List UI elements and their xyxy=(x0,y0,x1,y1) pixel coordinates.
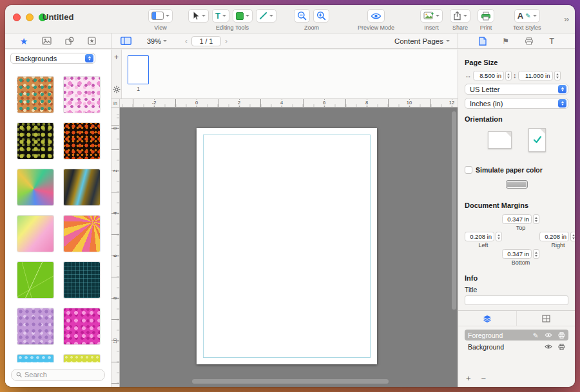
clipart-tab-icon[interactable] xyxy=(88,37,96,45)
background-thumbnail[interactable] xyxy=(64,216,100,252)
photos-tab-icon[interactable] xyxy=(42,37,52,45)
background-thumbnail[interactable] xyxy=(17,169,53,205)
zoom-out-button[interactable] xyxy=(294,9,310,23)
background-thumbnail[interactable] xyxy=(17,262,53,298)
layer-print-icon[interactable] xyxy=(557,344,565,350)
paper-preset-select[interactable]: US Letter xyxy=(465,84,568,95)
page-thumbnail[interactable] xyxy=(128,55,149,84)
margin-left-field[interactable]: 0.208 in xyxy=(465,232,494,241)
landscape-orientation-button[interactable] xyxy=(488,131,512,149)
previous-page-button[interactable]: ‹ xyxy=(185,37,188,45)
preview-mode-button[interactable] xyxy=(367,9,385,23)
add-page-button[interactable]: + xyxy=(114,53,119,61)
vertical-scrollbar[interactable] xyxy=(452,111,456,310)
chevron-down-icon xyxy=(436,15,440,17)
margin-left-label: Left xyxy=(478,242,488,248)
margin-bottom-field[interactable]: 0.347 in xyxy=(502,249,532,259)
background-thumbnail[interactable] xyxy=(64,308,100,344)
line-tool-icon xyxy=(259,12,267,20)
content-pages-select[interactable]: Content Pages xyxy=(394,37,450,45)
ruler-tick-label: 8 xyxy=(112,294,118,303)
print-button[interactable] xyxy=(478,9,494,23)
document-page[interactable] xyxy=(197,128,377,364)
text-tool-button[interactable]: T xyxy=(212,9,229,23)
edit-layer-icon[interactable]: ✎ xyxy=(532,331,539,339)
layers-grid-tabs xyxy=(458,310,575,326)
page-size-row: ↔ 8.500 in ↕ 11.000 in xyxy=(465,71,568,80)
margin-bottom-stepper[interactable] xyxy=(533,249,539,259)
grid-tab[interactable] xyxy=(517,311,575,326)
background-thumbnail[interactable] xyxy=(64,262,100,298)
search-icon xyxy=(16,371,22,378)
portrait-orientation-button[interactable] xyxy=(528,128,546,152)
favorites-tab-star-icon[interactable]: ★ xyxy=(20,37,28,46)
text-tab-icon[interactable]: T xyxy=(550,37,554,46)
share-button[interactable] xyxy=(450,9,470,23)
collection-select[interactable]: Backgrounds xyxy=(10,53,95,64)
gear-icon[interactable] xyxy=(113,86,121,93)
next-page-button[interactable]: › xyxy=(225,37,227,45)
page-width-stepper[interactable] xyxy=(505,71,512,80)
line-tool-button[interactable] xyxy=(256,9,276,23)
layer-add-remove: + − xyxy=(466,373,486,383)
page-height-field[interactable]: 11.000 in xyxy=(518,71,553,80)
shape-tool-button[interactable] xyxy=(233,9,253,23)
page-navigation: ‹ 1 / 1 › xyxy=(185,36,227,46)
margin-top-field[interactable]: 0.347 in xyxy=(502,214,532,224)
layer-visibility-icon[interactable] xyxy=(545,344,552,350)
vertical-ruler: 0 2 4 6 8 10 xyxy=(111,107,120,387)
select-tool-button[interactable] xyxy=(188,9,209,23)
layers-tab[interactable] xyxy=(458,311,517,326)
editing-tools-label: Editing Tools xyxy=(216,24,249,31)
background-thumbnail[interactable] xyxy=(17,123,53,159)
background-thumbnail[interactable] xyxy=(64,77,100,113)
panel-header-row: ★ 39% ‹ 1 / 1 › Content Pages ⚑ xyxy=(5,33,575,49)
paper-color-well[interactable] xyxy=(506,180,528,189)
pages-panel-toggle-icon[interactable] xyxy=(121,37,131,45)
margin-right-field[interactable]: 0.208 in xyxy=(539,232,569,241)
view-label: View xyxy=(154,24,166,31)
background-thumbnail[interactable] xyxy=(17,308,53,344)
eye-icon xyxy=(371,12,382,20)
page-height-stepper[interactable] xyxy=(554,71,561,80)
zoom-level-select[interactable]: 39% xyxy=(147,37,167,45)
page-indicator-field[interactable]: 1 / 1 xyxy=(191,36,221,46)
layer-visibility-icon[interactable] xyxy=(545,332,552,338)
ruler-tick-label: 10 xyxy=(112,337,118,345)
print-tab-icon[interactable] xyxy=(525,37,534,45)
background-thumbnail[interactable] xyxy=(64,169,100,205)
close-window-button[interactable] xyxy=(13,14,21,21)
preview-mode-label: Preview Mode xyxy=(358,24,394,31)
flag-tab-icon[interactable]: ⚑ xyxy=(502,37,509,45)
units-select[interactable]: Inches (in) xyxy=(465,98,568,109)
layer-row-foreground[interactable]: Foreground ✎ xyxy=(465,330,568,341)
simulate-paper-color-checkbox[interactable] xyxy=(465,166,472,174)
layer-print-icon[interactable] xyxy=(557,332,565,339)
view-button[interactable] xyxy=(148,9,173,23)
text-styles-button[interactable]: A ✎ xyxy=(514,9,540,23)
margin-right-stepper[interactable] xyxy=(570,232,575,241)
document-setup-tab-icon[interactable] xyxy=(479,37,487,46)
horizontal-scrollbar[interactable] xyxy=(192,379,389,384)
margin-left-stepper[interactable] xyxy=(496,232,502,241)
remove-layer-button[interactable]: − xyxy=(481,373,487,383)
checkmark-icon xyxy=(533,136,542,144)
page-width-field[interactable]: 8.500 in xyxy=(473,71,504,80)
search-input[interactable] xyxy=(24,371,100,378)
margin-top-stepper[interactable] xyxy=(533,214,539,224)
background-thumbnail[interactable] xyxy=(64,123,100,159)
toolbar-overflow-button[interactable]: ›› xyxy=(564,14,568,24)
zoom-in-button[interactable] xyxy=(313,9,329,23)
toolbar-group-text-styles: A ✎ Text Styles xyxy=(513,9,541,31)
inspector-panel: Page Size ↔ 8.500 in ↕ 11.000 in US Lett… xyxy=(458,50,575,387)
document-title-input[interactable] xyxy=(465,295,568,305)
document-canvas[interactable] xyxy=(120,107,458,387)
shapes-tab-icon[interactable] xyxy=(65,37,74,45)
background-thumbnail[interactable] xyxy=(17,216,53,252)
minimize-window-button[interactable] xyxy=(26,14,34,21)
background-thumbnail[interactable] xyxy=(17,77,53,113)
add-layer-button[interactable]: + xyxy=(466,373,471,383)
layer-row-background[interactable]: Background xyxy=(465,341,568,352)
insert-button[interactable] xyxy=(420,9,443,23)
ruler-tick-label: 0 xyxy=(112,124,118,133)
